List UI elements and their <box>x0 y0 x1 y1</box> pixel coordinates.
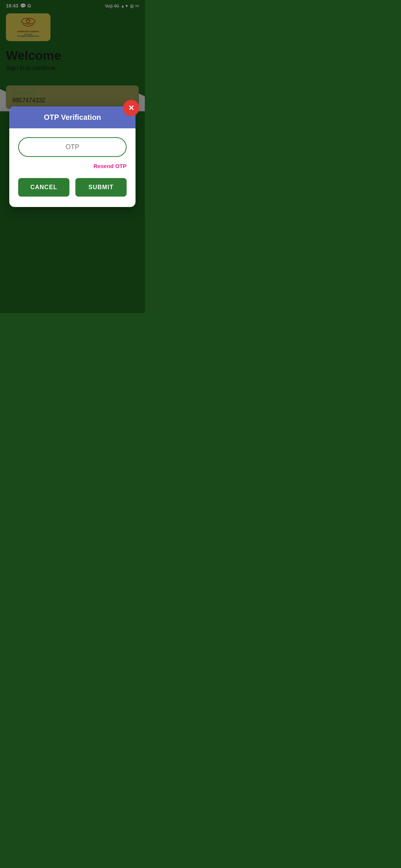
modal-title: OTP Verification <box>44 113 101 121</box>
otp-modal: ✕ OTP Verification Resend OTP CANCEL SUB… <box>9 106 136 207</box>
modal-header: OTP Verification <box>9 106 136 128</box>
cancel-button[interactable]: CANCEL <box>18 178 69 197</box>
close-icon: ✕ <box>128 103 134 112</box>
resend-otp-link[interactable]: Resend OTP <box>18 163 127 169</box>
modal-overlay[interactable]: ✕ OTP Verification Resend OTP CANCEL SUB… <box>0 0 145 313</box>
modal-buttons-row: CANCEL SUBMIT <box>18 178 127 197</box>
modal-body: Resend OTP CANCEL SUBMIT <box>9 128 136 207</box>
submit-button[interactable]: SUBMIT <box>75 178 127 197</box>
close-button[interactable]: ✕ <box>123 100 139 116</box>
otp-input[interactable] <box>26 143 118 151</box>
otp-input-wrapper[interactable] <box>18 137 127 157</box>
